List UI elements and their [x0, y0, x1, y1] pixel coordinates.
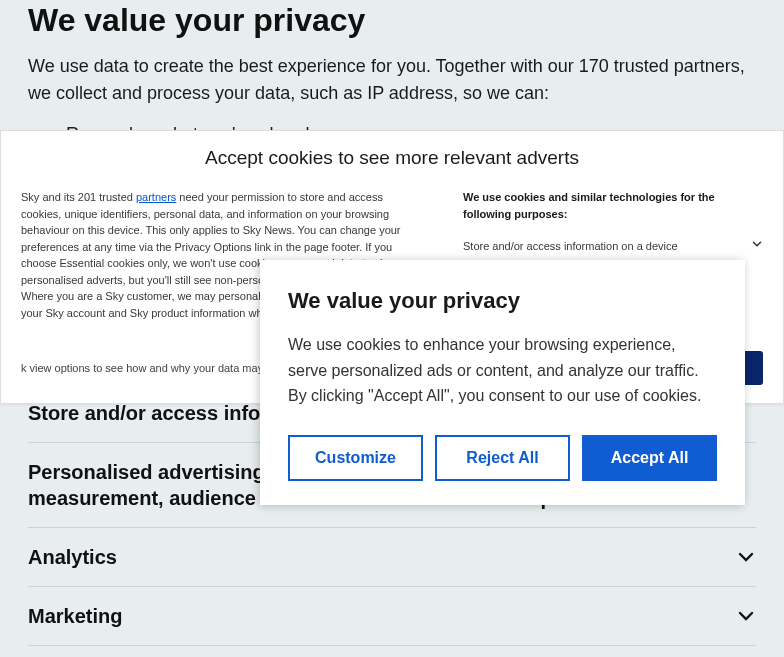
sheet-text-pre: Sky and its 201 trusted — [21, 191, 136, 203]
partners-link[interactable]: partners — [136, 191, 176, 203]
chevron-down-icon — [736, 547, 756, 567]
chevron-down-icon — [736, 606, 756, 626]
purpose-item[interactable]: Store and/or access information on a dev… — [463, 234, 763, 259]
cookie-consent-modal: We value your privacy We use cookies to … — [260, 260, 745, 505]
purpose-label: Store and/or access information on a dev… — [463, 238, 678, 255]
section-label: Analytics — [28, 544, 117, 570]
modal-body: We use cookies to enhance your browsing … — [288, 332, 717, 409]
modal-title: We value your privacy — [288, 288, 717, 314]
page-title: We value your privacy — [28, 2, 756, 39]
intro-text: We use data to create the best experienc… — [28, 53, 756, 107]
section-label: Marketing — [28, 603, 122, 629]
chevron-down-icon — [751, 238, 763, 255]
customize-button[interactable]: Customize — [288, 435, 423, 481]
accept-all-modal-button[interactable]: Accept All — [582, 435, 717, 481]
purposes-title: We use cookies and similar technologies … — [463, 189, 763, 222]
reject-all-button[interactable]: Reject All — [435, 435, 570, 481]
sheet-heading: Accept cookies to see more relevant adve… — [21, 147, 763, 169]
modal-buttons: Customize Reject All Accept All — [288, 435, 717, 481]
section-marketing[interactable]: Marketing — [28, 587, 756, 646]
section-analytics[interactable]: Analytics — [28, 528, 756, 587]
